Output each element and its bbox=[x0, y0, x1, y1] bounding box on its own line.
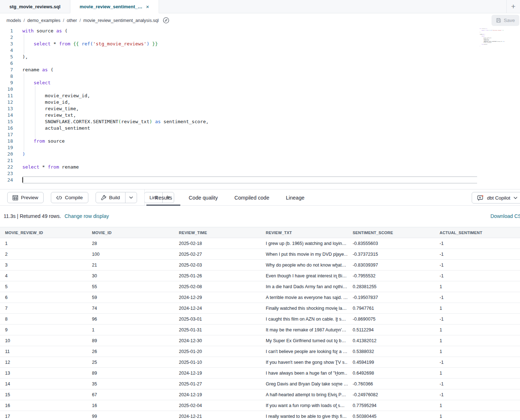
expand-chevron-icon[interactable] bbox=[335, 276, 339, 278]
cell-actual_sentiment: -1 bbox=[435, 392, 520, 397]
line-number: 6 bbox=[0, 60, 13, 67]
breadcrumb: models / demo_examples / other / movie_r… bbox=[6, 13, 169, 27]
file-tab-stg-movie-reviews[interactable]: stg_movie_reviews.sql bbox=[0, 0, 70, 13]
cell-actual_sentiment: -1 bbox=[435, 381, 520, 387]
expand-chevron-icon[interactable] bbox=[335, 254, 339, 257]
cell-review_time: 2024-12-30 bbox=[174, 338, 261, 343]
line-number: 4 bbox=[0, 47, 13, 54]
expand-chevron-icon[interactable] bbox=[335, 265, 339, 268]
wrench-icon bbox=[101, 195, 106, 200]
code-line[interactable]: 1with source as ( bbox=[0, 28, 209, 34]
table-row: 21002025-02-27When I put this movie in m… bbox=[0, 249, 520, 260]
tab-lineage[interactable]: Lineage bbox=[278, 189, 313, 206]
sql-code-editor[interactable]: 1with source as (23 select * from {{ ref… bbox=[0, 27, 520, 189]
cell-sentiment_score: 0.77595294 bbox=[348, 403, 435, 408]
code-line[interactable]: 7rename as ( bbox=[0, 67, 209, 73]
tab-compiled-code[interactable]: Compiled code bbox=[226, 189, 278, 206]
expand-chevron-icon[interactable] bbox=[335, 243, 339, 246]
build-dropdown-button[interactable] bbox=[125, 192, 137, 203]
close-icon[interactable]: × bbox=[146, 4, 149, 10]
code-line[interactable]: 19 bbox=[0, 144, 209, 151]
file-tab-movie-review-sentiment[interactable]: movie_review_sentiment_… × bbox=[70, 0, 159, 13]
expand-chevron-icon[interactable] bbox=[335, 308, 339, 311]
cell-review_time: 2025-02-08 bbox=[174, 284, 261, 289]
cell-review_txt: It may be the remake of 1987 Autumn'… bbox=[261, 327, 348, 332]
cell-review_txt: Even though I have great interest in Bi… bbox=[261, 273, 348, 278]
indent-guide bbox=[24, 73, 24, 151]
save-button[interactable]: Save bbox=[492, 15, 519, 26]
expand-chevron-icon[interactable] bbox=[335, 287, 339, 289]
code-line[interactable]: 5), bbox=[0, 54, 209, 60]
code-line[interactable]: select * from {{ ref('stg_movie_reviews'… bbox=[480, 30, 505, 31]
cell-movie_id: 35 bbox=[87, 381, 174, 387]
cell-review_time: 2025-01-10 bbox=[174, 360, 261, 365]
tab-results[interactable]: Results bbox=[146, 189, 180, 206]
expand-chevron-icon[interactable] bbox=[335, 395, 339, 397]
code-line[interactable]: 6 bbox=[0, 60, 209, 67]
code-line[interactable]: 12 movie_id, bbox=[0, 99, 209, 106]
cell-review_time: 2025-01-27 bbox=[174, 381, 261, 387]
cell-review_time: 2024-12-19 bbox=[174, 392, 261, 397]
cell-sentiment_score: 0.41382012 bbox=[348, 338, 435, 343]
minimap[interactable]: with source as ( select * from {{ ref('s… bbox=[480, 28, 505, 47]
cell-sentiment_score: 0.28381255 bbox=[348, 284, 435, 289]
new-tab-button[interactable]: + bbox=[506, 0, 520, 13]
code-line[interactable]: 23 bbox=[0, 170, 209, 177]
expand-chevron-icon[interactable] bbox=[335, 406, 339, 408]
code-line[interactable]: 9 select bbox=[0, 80, 209, 86]
line-number: 14 bbox=[0, 112, 13, 119]
code-line[interactable]: 11 movie_review_id, bbox=[0, 93, 209, 99]
results-table: MOVIE_REVIEW_ID MOVIE_ID REVIEW_TIME REV… bbox=[0, 227, 520, 420]
column-header: ACTUAL_SENTIMENT bbox=[435, 231, 520, 235]
expand-chevron-icon[interactable] bbox=[335, 416, 339, 419]
expand-chevron-icon[interactable] bbox=[335, 373, 339, 376]
tab-code-quality[interactable]: Code quality bbox=[180, 189, 226, 206]
table-row: 912025-01-31It may be the remake of 1987… bbox=[0, 325, 520, 335]
code-line[interactable]: 8 bbox=[0, 73, 209, 80]
line-number: 20 bbox=[0, 151, 13, 157]
breadcrumb-item: demo_examples bbox=[27, 18, 61, 23]
cell-movie_id: 99 bbox=[87, 414, 174, 419]
code-line[interactable]: 17 bbox=[0, 131, 209, 138]
code-line[interactable]: 3 select * from {{ ref('stg_movie_review… bbox=[0, 41, 209, 47]
code-line[interactable]: 22select * from rename bbox=[0, 164, 209, 170]
code-line[interactable]: 14 review_txt, bbox=[0, 112, 209, 119]
cell-sentiment_score: 0.7947761 bbox=[348, 306, 435, 311]
code-line[interactable]: 20) bbox=[0, 151, 209, 157]
line-number: 2 bbox=[0, 34, 13, 41]
expand-chevron-icon[interactable] bbox=[335, 362, 339, 365]
code-line[interactable]: 13 review_time, bbox=[0, 106, 209, 112]
change-row-display-link[interactable]: Change row display bbox=[65, 213, 109, 219]
expand-chevron-icon[interactable] bbox=[335, 330, 339, 332]
code-line[interactable]: 16 actual_sentiment bbox=[0, 125, 209, 131]
compile-button[interactable]: Compile bbox=[51, 192, 88, 203]
indent-guide bbox=[24, 34, 24, 54]
save-label: Save bbox=[504, 18, 515, 23]
cell-sentiment_score: -0.24976082 bbox=[348, 392, 435, 397]
code-line[interactable]: 10 bbox=[0, 86, 209, 93]
cell-sentiment_score: 0.5112294 bbox=[348, 327, 435, 332]
cell-movie_review_id: 15 bbox=[0, 392, 87, 397]
compass-icon[interactable] bbox=[163, 17, 169, 24]
table-row: 1282025-02-18I grew up (b. 1965) watchin… bbox=[0, 238, 520, 249]
cell-movie_id: 96 bbox=[87, 317, 174, 322]
dbt-copilot-button[interactable]: dbt Copilot bbox=[472, 192, 520, 204]
cell-actual_sentiment: 1 bbox=[435, 338, 520, 343]
expand-chevron-icon[interactable] bbox=[335, 298, 339, 300]
download-csv-link[interactable]: Download CSV bbox=[490, 213, 520, 219]
cell-movie_review_id: 2 bbox=[0, 252, 87, 257]
expand-chevron-icon[interactable] bbox=[335, 319, 339, 322]
cell-sentiment_score: 0.5388032 bbox=[348, 349, 435, 354]
cell-review_time: 2024-12-24 bbox=[174, 306, 261, 311]
build-button[interactable]: Build bbox=[96, 192, 125, 203]
expand-chevron-icon[interactable] bbox=[335, 384, 339, 387]
code-line[interactable]: 18 from source bbox=[0, 138, 209, 144]
code-line[interactable]: 4 bbox=[0, 47, 209, 54]
code-line[interactable]: 2 bbox=[0, 34, 209, 41]
column-header: MOVIE_REVIEW_ID bbox=[0, 231, 87, 235]
expand-chevron-icon[interactable] bbox=[335, 341, 339, 343]
code-line[interactable]: 15 SNOWFLAKE.CORTEX.SENTIMENT(review_txt… bbox=[0, 119, 209, 125]
preview-button[interactable]: Preview bbox=[7, 192, 44, 203]
code-line[interactable]: 21 bbox=[0, 157, 209, 164]
expand-chevron-icon[interactable] bbox=[335, 352, 339, 354]
